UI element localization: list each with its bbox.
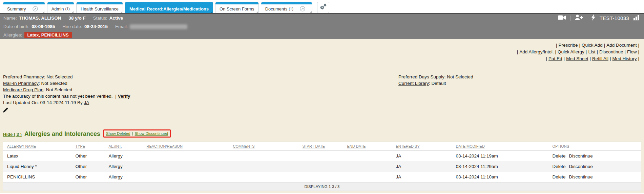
quick-allergy-link[interactable]: Quick Allergy (558, 49, 584, 54)
flow-link[interactable]: Flow (627, 49, 637, 54)
col-reaction-reason[interactable]: REACTION/REASON (147, 144, 183, 148)
add-allergy-intol-link[interactable]: Add Allergy/Intol. (519, 49, 554, 54)
cell-reaction (145, 151, 232, 162)
verify-link[interactable]: Verify (118, 94, 130, 99)
dob-label: Date of birth: (3, 24, 29, 29)
tab-admin[interactable]: Admin (1) (47, 2, 74, 13)
current-library-link[interactable]: Current Library (398, 81, 429, 86)
tab-accent-strip (125, 2, 213, 4)
settings-button[interactable] (317, 2, 329, 13)
separator: | (638, 56, 639, 61)
col-type[interactable]: TYPE (76, 144, 85, 148)
preferred-days-supply-row: Preferred Days Supply: Not Selected (398, 74, 473, 80)
allergies-label: Allergies: (3, 32, 22, 38)
cell-al-int: Allergy (107, 151, 145, 162)
allergies-badge[interactable]: Latex, PENICILLINS (24, 32, 72, 38)
col-comments[interactable]: COMMENTS (233, 144, 255, 148)
add-person-icon[interactable] (575, 15, 583, 22)
quick-add-link[interactable]: Quick Add (582, 43, 603, 48)
discontinue-link[interactable]: Discontinue (569, 164, 593, 169)
cell-reaction (145, 161, 232, 172)
name-label: Name: (3, 16, 17, 21)
discontinue-link[interactable]: Discontinue (569, 153, 593, 159)
current-library-value: Default (432, 81, 446, 86)
hide-section-link[interactable]: Hide ( 3 ) (3, 132, 22, 138)
refill-all-link[interactable]: Refill All (592, 56, 608, 61)
col-start-date[interactable]: START DATE (303, 144, 325, 148)
table-header-row: ALLERGY NAME TYPE AL./INT. REACTION/REAS… (3, 142, 641, 151)
prescribe-link[interactable]: Prescribe (559, 43, 578, 48)
separator: | (597, 49, 598, 54)
col-date-modified[interactable]: DATE MODIFIED (456, 144, 485, 148)
cell-options: Delete Discontinue (551, 172, 641, 183)
discontinue-link[interactable]: Discontinue (599, 49, 623, 54)
popout-icon[interactable] (297, 6, 308, 11)
patient-header: Name: THOMAS, ALLISON 38 y/o F Status: A… (0, 13, 644, 39)
allergies-table: ALLERGY NAME TYPE AL./INT. REACTION/REAS… (3, 142, 641, 191)
show-deleted-link[interactable]: Show Deleted (106, 131, 130, 136)
cell-start-date (301, 172, 346, 183)
cell-comments (232, 172, 301, 183)
tab-medical-record-allergies-medications[interactable]: Medical Record:Allergies/Medications (125, 2, 213, 13)
patient-name: THOMAS, ALLISON (19, 16, 61, 21)
cell-allergy-name: Latex (3, 151, 74, 162)
med-sheet-link[interactable]: Med Sheet (566, 56, 588, 61)
add-document-link[interactable]: Add Document (606, 43, 637, 48)
pat-ed-link[interactable]: Pat.Ed (548, 56, 562, 61)
separator: | (517, 49, 518, 54)
preferred-pharmacy-row: Preferred Pharmacy: Not Selected (3, 74, 130, 80)
red-annotation-box: Show Deleted | Show Discontinued (103, 129, 171, 138)
tab-on-screen-forms[interactable]: On Screen Forms (215, 2, 259, 13)
separator: | (564, 56, 565, 61)
discontinue-link[interactable]: Discontinue (569, 174, 593, 179)
table-row: Liquid Honey * Other Allergy JA 03-14-20… (3, 161, 641, 172)
patient-name-row: Name: THOMAS, ALLISON 38 y/o F Status: A… (0, 14, 644, 22)
tab-summary[interactable]: Summary (3, 2, 45, 13)
preferred-pharmacy-link[interactable]: Preferred Pharmacy (3, 74, 44, 79)
medications-panel: |Prescribe|Quick Add|Add Document| |Add … (0, 39, 644, 193)
lightning-bolt-icon[interactable] (591, 14, 596, 22)
patient-status: Active (109, 16, 123, 21)
separator: | (546, 56, 547, 61)
mail-in-pharmacy-link[interactable]: Mail-In Pharmacy (3, 81, 39, 86)
allergies-table-wrap: ALLERGY NAME TYPE AL./INT. REACTION/REAS… (3, 142, 641, 191)
show-discontinued-link[interactable]: Show Discontinued (135, 131, 168, 136)
col-al-int[interactable]: AL./INT. (109, 144, 122, 148)
hire-date-label: Hire date: (62, 24, 82, 29)
popout-icon[interactable] (30, 6, 41, 11)
cell-options: Delete Discontinue (551, 151, 641, 162)
tab-documents[interactable]: Documents (1) (261, 2, 312, 13)
accuracy-row: The accuracy of this content has not yet… (3, 93, 130, 99)
tab-admin-label: Admin (51, 6, 64, 11)
patient-id: TEST-10033 (600, 15, 629, 21)
section-title: Allergies and Intolerances (24, 130, 100, 138)
col-allergy-name[interactable]: ALLERGY NAME (7, 144, 36, 148)
last-updated-by-link[interactable]: JA (84, 100, 89, 105)
separator: | (610, 56, 611, 61)
mail-in-pharmacy-value: Not Selected (41, 81, 67, 86)
tab-health-surveillance[interactable]: Health Surveillance (76, 2, 123, 13)
delete-link[interactable]: Delete (553, 174, 566, 179)
edit-pencil-icon[interactable] (3, 107, 8, 114)
cell-date-modified: 03-14-2024 11:29am (455, 161, 551, 172)
delete-link[interactable]: Delete (553, 153, 566, 159)
separator: | (555, 49, 557, 54)
medicare-drug-plan-row: Medicare Drug Plan: Not Selected (3, 87, 130, 93)
medicare-drug-plan-link[interactable]: Medicare Drug Plan (3, 87, 43, 92)
patient-allergies-row: Allergies: Latex, PENICILLINS (0, 31, 644, 39)
accuracy-text: The accuracy of this content has not yet… (3, 94, 112, 99)
col-entered-by[interactable]: ENTERED BY (396, 144, 420, 148)
bar-chart-icon[interactable] (633, 15, 640, 21)
action-links-row2: |Add Allergy/Intol.|Quick Allergy|List|D… (516, 49, 641, 55)
delete-link[interactable]: Delete (553, 164, 566, 169)
tab-accent-strip (261, 2, 312, 4)
action-links-row1: |Prescribe|Quick Add|Add Document| (516, 42, 641, 49)
list-link[interactable]: List (588, 49, 595, 54)
col-end-date[interactable]: END DATE (347, 144, 366, 148)
tab-documents-label: Documents (265, 6, 288, 11)
video-camera-icon[interactable] (558, 15, 566, 22)
preferred-days-supply-link[interactable]: Preferred Days Supply (398, 74, 444, 79)
cell-date-modified: 03-14-2024 11:10am (455, 172, 551, 183)
med-history-link[interactable]: Med History (612, 56, 637, 61)
patient-email-redacted (130, 24, 187, 29)
